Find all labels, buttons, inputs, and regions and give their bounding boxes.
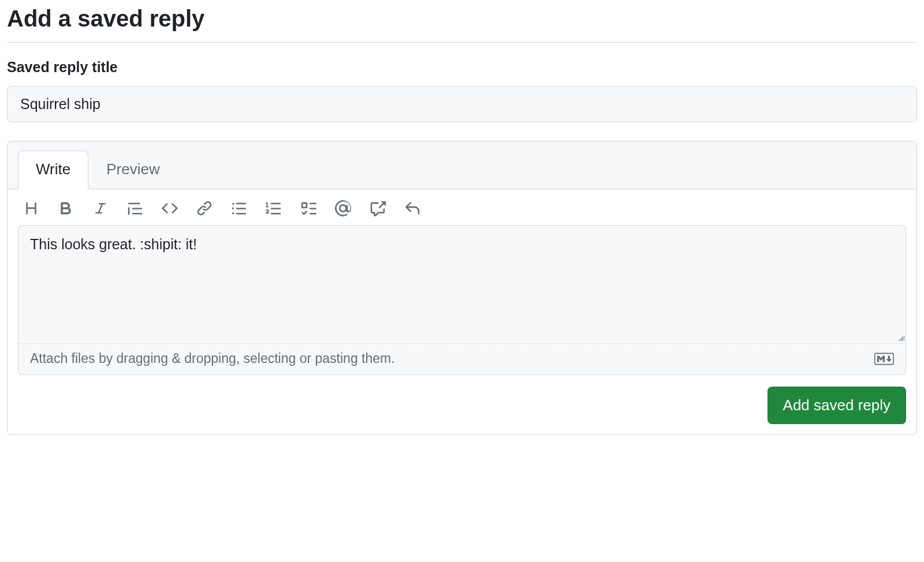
editor-tabs: Write Preview: [8, 141, 916, 189]
ordered-list-icon[interactable]: [265, 200, 282, 217]
bold-icon[interactable]: [57, 200, 74, 217]
attach-files-bar[interactable]: Attach files by dragging & dropping, sel…: [18, 343, 906, 375]
mention-icon[interactable]: [334, 200, 352, 217]
tab-preview[interactable]: Preview: [88, 151, 177, 189]
body-textarea[interactable]: [18, 226, 906, 341]
tasklist-icon[interactable]: [300, 200, 317, 217]
formatting-toolbar: [8, 189, 916, 225]
saved-reply-icon[interactable]: [404, 200, 421, 217]
italic-icon[interactable]: [92, 200, 109, 217]
editor-box: Write Preview: [7, 141, 917, 435]
body-field-wrapper: [18, 225, 906, 343]
page-title: Add a saved reply: [7, 6, 917, 43]
quote-icon[interactable]: [126, 200, 144, 217]
add-saved-reply-button[interactable]: Add saved reply: [767, 387, 906, 424]
attach-hint-text: Attach files by dragging & dropping, sel…: [30, 351, 395, 366]
heading-icon[interactable]: [23, 200, 40, 217]
cross-reference-icon[interactable]: [369, 200, 386, 217]
markdown-icon[interactable]: [874, 353, 894, 365]
unordered-list-icon[interactable]: [230, 200, 248, 217]
title-input[interactable]: [7, 86, 917, 122]
code-icon[interactable]: [161, 200, 178, 217]
tab-write[interactable]: Write: [18, 151, 88, 189]
link-icon[interactable]: [196, 200, 213, 217]
title-label: Saved reply title: [7, 59, 917, 76]
